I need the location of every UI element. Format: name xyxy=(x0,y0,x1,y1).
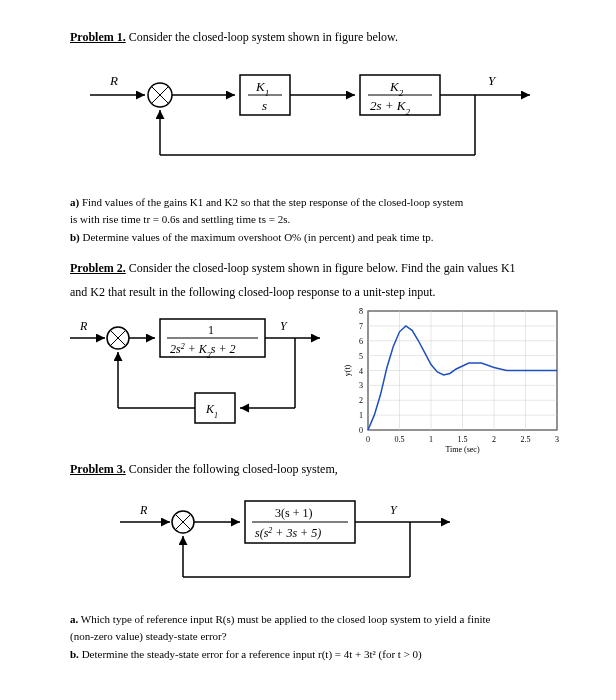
problem-2-figure: R 1 2s2 + K2s + 2 Y K1 xyxy=(70,303,330,453)
svg-text:Y: Y xyxy=(390,503,398,517)
document-page: Problem 1. Consider the closed-loop syst… xyxy=(0,0,616,700)
problem-1-part-b: b) Determine values of the maximum overs… xyxy=(70,230,566,245)
problem-3-number: Problem 3. xyxy=(70,462,126,476)
svg-text:2: 2 xyxy=(359,396,363,405)
svg-text:1.5: 1.5 xyxy=(458,435,468,444)
part-b-lead-3: b. xyxy=(70,648,79,660)
problem-2-text: Consider the closed-loop system shown in… xyxy=(126,261,516,275)
problem-2-title: Problem 2. Consider the closed-loop syst… xyxy=(70,261,566,276)
problem-3-title: Problem 3. Consider the following closed… xyxy=(70,462,566,477)
svg-text:K1: K1 xyxy=(205,402,218,420)
svg-text:0: 0 xyxy=(359,426,363,435)
label-R: R xyxy=(109,73,118,88)
svg-text:4: 4 xyxy=(359,366,363,375)
problem-3-figure: R 3(s + 1) s(s2 + 3s + 5) Y xyxy=(70,487,566,592)
svg-text:2: 2 xyxy=(492,435,496,444)
svg-text:Y: Y xyxy=(280,319,288,333)
part-a-lead: a) xyxy=(70,196,79,208)
problem-1-text: Consider the closed-loop system shown in… xyxy=(126,30,398,44)
svg-text:8: 8 xyxy=(359,307,363,316)
problem-3-part-b: b. Determine the steady-state error for … xyxy=(70,647,566,662)
svg-text:0: 0 xyxy=(366,435,370,444)
label-Y: Y xyxy=(488,73,497,88)
svg-text:1: 1 xyxy=(208,323,214,337)
svg-text:3: 3 xyxy=(359,381,363,390)
problem-1-figure: R K1 s K2 2s + K2 Y xyxy=(70,55,566,175)
svg-text:1: 1 xyxy=(429,435,433,444)
label-den2: 2s + K2 xyxy=(370,98,411,117)
svg-text:R: R xyxy=(139,503,148,517)
problem-3-text: Consider the following closed-loop syste… xyxy=(126,462,338,476)
problem-2-content: R 1 2s2 + K2s + 2 Y K1 00.51 xyxy=(70,303,566,462)
svg-text:y(t): y(t) xyxy=(343,364,352,376)
svg-text:2.5: 2.5 xyxy=(521,435,531,444)
problem-2-title-line2: and K2 that result in the following clos… xyxy=(70,284,566,301)
svg-text:R: R xyxy=(79,319,88,333)
step-response-chart: 00.511.522.53012345678Time (sec)y(t) xyxy=(340,303,565,458)
svg-text:7: 7 xyxy=(359,322,363,331)
problem-3-part-a-line2: (non-zero value) steady-state error? xyxy=(70,629,566,644)
svg-text:1: 1 xyxy=(359,411,363,420)
part-b-lead: b) xyxy=(70,231,80,243)
svg-text:5: 5 xyxy=(359,352,363,361)
svg-text:0.5: 0.5 xyxy=(395,435,405,444)
problem-1-part-a-line2: is with rise time tr = 0.6s and settling… xyxy=(70,212,566,227)
problem-1-number: Problem 1. xyxy=(70,30,126,44)
svg-text:6: 6 xyxy=(359,337,363,346)
problem-3-part-a: a. Which type of reference input R(s) mu… xyxy=(70,612,566,627)
problem-1-title: Problem 1. Consider the closed-loop syst… xyxy=(70,30,566,45)
problem-1-part-a: a) Find values of the gains K1 and K2 so… xyxy=(70,195,566,210)
part-a-lead-3: a. xyxy=(70,613,78,625)
svg-text:s(s2 + 3s + 5): s(s2 + 3s + 5) xyxy=(255,525,321,540)
svg-text:Time (sec): Time (sec) xyxy=(445,445,479,454)
problem-2-number: Problem 2. xyxy=(70,261,126,275)
svg-text:3: 3 xyxy=(555,435,559,444)
label-s: s xyxy=(262,98,267,113)
svg-text:3(s + 1): 3(s + 1) xyxy=(275,506,312,520)
